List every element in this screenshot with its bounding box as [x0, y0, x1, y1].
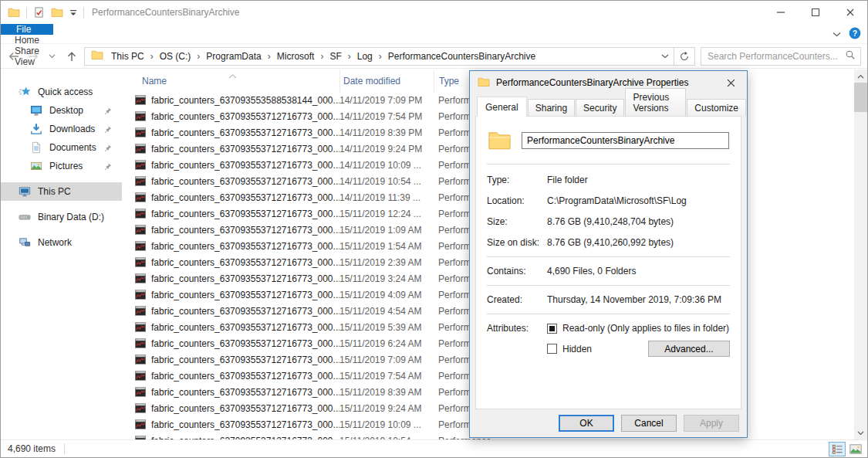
breadcrumb-item-programdata[interactable]: ProgramData›	[201, 51, 272, 62]
sidebar-item-downloads[interactable]: Downloads	[1, 120, 122, 138]
perf-file-icon	[134, 338, 147, 349]
refresh-button[interactable]	[674, 47, 695, 66]
breadcrumb-item-this-pc[interactable]: This PC›	[106, 51, 155, 62]
drive-icon	[19, 211, 31, 223]
dialog-close-icon[interactable]	[714, 71, 747, 94]
search-icon[interactable]	[845, 49, 856, 63]
desktop-icon	[30, 104, 42, 117]
quick-access-toolbar	[1, 6, 84, 19]
breadcrumb-item-os-c[interactable]: OS (C:)›	[155, 51, 202, 62]
file-date-modified: 14/11/2019 10:09 ...	[339, 160, 434, 171]
large-icons-view-button[interactable]	[847, 442, 864, 456]
scroll-up-icon[interactable]	[854, 70, 867, 83]
dialog-tab-label: Security	[583, 103, 616, 114]
ribbon-tab-share[interactable]: Share	[1, 46, 53, 56]
ribbon-tab-file[interactable]: File	[1, 24, 53, 35]
help-icon[interactable]: ?	[849, 27, 861, 42]
field-label: Contains:	[487, 266, 547, 277]
dialog-field-row-location: Location: C:\ProgramData\Microsoft\SF\Lo…	[487, 195, 730, 207]
file-name: fabric_counters_637093553712716773_000..…	[147, 403, 339, 414]
breadcrumb-item-sf[interactable]: SF›	[325, 51, 352, 62]
dialog-tab-sharing[interactable]: Sharing	[528, 99, 575, 116]
sidebar-item-desktop[interactable]: Desktop	[1, 101, 122, 120]
app-folder-icon	[8, 6, 20, 19]
file-name: fabric_counters_637093553712716773_000..…	[147, 192, 339, 203]
dialog-folder-icon	[478, 76, 490, 90]
file-name: fabric_counters_637093553712716773_000..…	[147, 306, 339, 317]
ribbon-tab-home[interactable]: Home	[1, 35, 53, 46]
file-name: fabric_counters_637093553712716773_000..…	[147, 355, 339, 365]
ribbon-tab-label: Share	[15, 46, 39, 56]
dialog-tab-customize[interactable]: Customize	[687, 99, 746, 116]
address-box[interactable]: This PC›OS (C:)›ProgramData›Microsoft›SF…	[84, 47, 674, 66]
field-label: Type:	[487, 175, 547, 186]
scrollbar-thumb[interactable]	[854, 83, 867, 112]
sidebar-item-quick-access[interactable]: Quick access	[1, 83, 122, 101]
large-folder-icon	[488, 128, 512, 152]
hidden-label: Hidden	[562, 344, 592, 355]
apply-button[interactable]: Apply	[684, 415, 739, 432]
perf-file-icon	[134, 159, 147, 171]
field-value: Thursday, 14 November 2019, 7:09:36 PM	[547, 294, 730, 306]
ok-button[interactable]: OK	[559, 415, 614, 432]
dialog-tab-label: Sharing	[535, 103, 567, 114]
vertical-scrollbar[interactable]	[854, 70, 867, 439]
expand-ribbon-chevron-icon[interactable]	[833, 29, 841, 39]
maximize-button[interactable]	[798, 1, 833, 24]
file-name: fabric_counters_637093553712716773_000..…	[147, 419, 339, 430]
sidebar-item-pictures[interactable]: Pictures	[1, 157, 122, 175]
explorer-window: PerformanceCountersBinaryArchive FileHom…	[0, 0, 868, 458]
file-name: fabric_counters_637093553712716773_000..…	[147, 257, 339, 268]
folder-name-input[interactable]	[522, 132, 729, 149]
sort-ascending-icon[interactable]	[228, 70, 237, 81]
sidebar-item-label: Documents	[49, 142, 96, 153]
details-view-button[interactable]	[829, 442, 846, 456]
attributes-section: Attributes: Read-only (Only applies to f…	[487, 323, 730, 364]
file-date-modified: 14/11/2019 10:54 ...	[339, 176, 434, 187]
breadcrumb-item-log[interactable]: Log›	[353, 51, 383, 62]
dialog-tab-general[interactable]: General	[477, 97, 527, 117]
hidden-checkbox[interactable]	[547, 344, 557, 354]
sidebar-item-label: Network	[38, 237, 72, 248]
minimize-button[interactable]	[763, 1, 798, 24]
sidebar-item-binary-data-d[interactable]: Binary Data (D:)	[1, 208, 122, 226]
file-name: fabric_counters_637093553712716773_000..…	[147, 338, 339, 349]
address-dropdown-chevron-icon[interactable]	[657, 48, 674, 65]
sidebar-item-label: Downloads	[49, 124, 95, 134]
items-count: 4,690 items	[8, 443, 56, 454]
scroll-down-icon[interactable]	[854, 426, 867, 439]
perf-file-icon	[134, 289, 147, 300]
breadcrumb-chevron-icon: ›	[149, 51, 155, 62]
file-date-modified: 15/11/2019 3:24 AM	[339, 273, 434, 284]
breadcrumb-item-performancecountersbinaryarchive[interactable]: PerformanceCountersBinaryArchive›	[383, 51, 540, 62]
dialog-field-row-type: Type: File folder	[487, 175, 730, 186]
up-button[interactable]	[62, 46, 81, 66]
sidebar-item-label: Desktop	[49, 105, 83, 116]
dialog-tab-previous-versions[interactable]: Previous Versions	[625, 88, 686, 116]
advanced-button[interactable]: Advanced...	[648, 341, 730, 357]
dialog-title: PerformanceCountersBinaryArchive Propert…	[496, 77, 708, 88]
customize-toolbar-dropdown-icon[interactable]	[69, 9, 77, 16]
properties-check-icon[interactable]	[33, 6, 45, 19]
documents-icon	[30, 141, 42, 154]
breadcrumb-chevron-icon: ›	[319, 51, 325, 62]
sidebar-item-this-pc[interactable]: This PC	[1, 182, 122, 201]
perf-file-icon	[134, 419, 147, 430]
cancel-button[interactable]: Cancel	[621, 415, 677, 432]
close-button[interactable]	[833, 1, 867, 24]
dialog-tab-security[interactable]: Security	[576, 99, 624, 116]
svg-text:?: ?	[853, 29, 857, 37]
file-name: fabric_counters_637093553712716773_000..…	[147, 322, 339, 333]
sidebar-item-network[interactable]: Network	[1, 233, 122, 252]
search-input[interactable]	[706, 50, 845, 63]
breadcrumb-chevron-icon: ›	[377, 51, 383, 62]
ribbon-tab-view[interactable]: View	[1, 56, 53, 67]
network-icon	[19, 236, 31, 249]
dialog-tab-label: Previous Versions	[633, 92, 669, 114]
read-only-checkbox[interactable]	[547, 324, 557, 334]
new-folder-icon[interactable]	[51, 6, 63, 19]
sidebar-item-documents[interactable]: Documents	[1, 138, 122, 157]
breadcrumb-item-microsoft[interactable]: Microsoft›	[272, 51, 326, 62]
column-header-date-modified[interactable]: Date modified	[339, 70, 434, 92]
pin-icon	[103, 107, 112, 115]
